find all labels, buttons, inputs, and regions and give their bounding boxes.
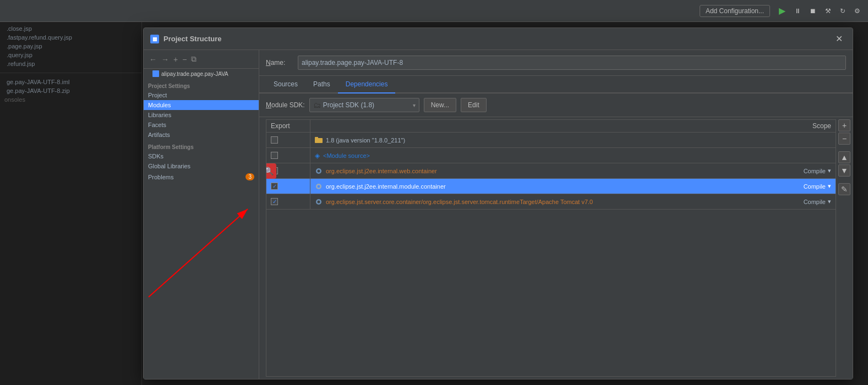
sdk-select-text: Project SDK (1.8) (323, 101, 411, 109)
tab-dependencies[interactable]: Dependencies (338, 76, 396, 94)
sidebar-item-libraries[interactable]: Libraries (144, 110, 259, 120)
add-configuration-button[interactable]: Add Configuration... (700, 5, 770, 17)
export-checkbox[interactable] (271, 198, 278, 205)
sync-button[interactable]: ↻ (837, 5, 849, 17)
scope-cell: Compile ▾ (780, 179, 836, 194)
platform-settings-header: Platform Settings (144, 140, 259, 151)
stop-button[interactable]: ⏹ (806, 5, 820, 17)
dep-name-cell: ◈ <Module source> (310, 148, 780, 163)
table-side-buttons: + − ▲ ▼ ✎ (836, 119, 853, 377)
sidebar-item-project[interactable]: Project (144, 90, 259, 100)
module-source-icon: ◈ (315, 152, 320, 160)
scope-arrow-icon[interactable]: ▾ (828, 167, 831, 174)
sidebar-tree-module-item[interactable]: alipay.trade.page.pay-JAVA (144, 69, 259, 79)
table-row[interactable]: org.eclipse.jst.server.core.container/or… (266, 194, 836, 210)
export-cell (266, 179, 310, 194)
problems-badge: 3 (245, 173, 254, 180)
dependencies-table: Export Scope (266, 119, 836, 377)
table-header: Export Scope (266, 120, 836, 133)
table-row[interactable]: ◈ <Module source> (266, 148, 836, 163)
svg-point-5 (318, 185, 320, 188)
dep-name-cell: 1.8 (java version "1.8.0_211") (310, 133, 780, 147)
export-column-header: Export (266, 120, 310, 132)
table-container: Export Scope (259, 117, 853, 379)
global-libraries-label: Global Libraries (148, 163, 190, 169)
chevron-down-icon: ▾ (413, 102, 416, 108)
tab-sources[interactable]: Sources (266, 76, 305, 94)
search-icon: 🔍 (266, 163, 276, 179)
dialog-title: ▦ Project Structure (150, 35, 221, 43)
back-button[interactable]: ← (148, 54, 158, 65)
project-structure-dialog: ▦ Project Structure ✕ ← → + − ⧉ (143, 28, 853, 380)
dep-name-text: org.eclipse.jst.j2ee.internal.web.contai… (326, 168, 437, 174)
edit-dependency-button[interactable]: ✎ (838, 183, 850, 195)
scope-text: Compile (804, 168, 826, 174)
sdk-select-dropdown[interactable]: 🗂 Project SDK (1.8) ▾ (309, 98, 419, 112)
top-toolbar: Add Configuration... ▶ ⏸ ⏹ ⚒ ↻ ⚙ (0, 0, 868, 22)
settings-button[interactable]: ⚙ (851, 5, 864, 17)
libraries-label: Libraries (148, 112, 171, 118)
new-sdk-button[interactable]: New... (424, 98, 456, 112)
dialog-overlay: ▦ Project Structure ✕ ← → + − ⧉ (0, 22, 868, 385)
export-checkbox[interactable] (271, 152, 278, 159)
export-cell (266, 148, 310, 163)
dep-name-cell: org.eclipse.jst.j2ee.internal.module.con… (310, 179, 780, 194)
artifacts-label: Artifacts (148, 131, 170, 138)
add-dependency-button[interactable]: + (838, 119, 850, 131)
project-label: Project (148, 92, 167, 98)
dep-name-cell: org.eclipse.jst.j2ee.internal.web.contai… (310, 163, 780, 178)
dep-name-text: 1.8 (java version "1.8.0_211") (326, 137, 405, 144)
dialog-main: Name: Sources Paths Dependencies Module … (259, 50, 853, 379)
gear-icon (315, 183, 323, 190)
export-cell (266, 194, 310, 209)
scope-cell: Compile ▾ (780, 163, 836, 178)
scope-arrow-icon[interactable]: ▾ (828, 183, 831, 190)
dialog-title-text: Project Structure (163, 35, 221, 43)
move-up-button[interactable]: ▲ (838, 151, 850, 163)
dep-name-text: org.eclipse.jst.server.core.container/or… (326, 199, 593, 205)
export-checkbox[interactable] (271, 136, 278, 144)
dep-name-text: org.eclipse.jst.j2ee.internal.module.con… (326, 183, 446, 190)
sidebar-item-artifacts[interactable]: Artifacts (144, 130, 259, 140)
dialog-sidebar: ← → + − ⧉ alipay.trade.page.pay-JAVA Pro… (144, 50, 259, 379)
dep-name-text: <Module source> (323, 152, 370, 159)
move-down-button[interactable]: ▼ (838, 164, 850, 177)
scope-text: Compile (804, 183, 826, 190)
export-checkbox[interactable] (271, 183, 278, 190)
table-row[interactable]: org.eclipse.jst.j2ee.internal.web.contai… (266, 163, 836, 179)
build-button[interactable]: ⚒ (822, 5, 834, 17)
run-button[interactable]: ▶ (776, 3, 789, 18)
edit-sdk-button[interactable]: Edit (461, 98, 487, 112)
sdks-label: SDKs (148, 153, 163, 160)
svg-rect-1 (315, 137, 318, 139)
copy-module-button[interactable]: ⧉ (190, 53, 198, 65)
problems-row[interactable]: Problems 3 (144, 171, 259, 183)
module-sdk-label: Module SDK: (266, 101, 305, 109)
forward-button[interactable]: → (160, 54, 170, 65)
module-icon (152, 70, 159, 77)
sidebar-item-sdks[interactable]: SDKs (144, 151, 259, 161)
tab-paths[interactable]: Paths (305, 76, 338, 94)
debug-button[interactable]: ⏸ (791, 5, 804, 17)
dialog-body: ← → + − ⧉ alipay.trade.page.pay-JAVA Pro… (144, 50, 853, 379)
table-row[interactable]: 1.8 (java version "1.8.0_211") (266, 133, 836, 148)
gear-icon (315, 198, 323, 206)
folder-icon (315, 136, 323, 144)
name-input[interactable] (298, 56, 846, 70)
modules-label: Modules (148, 102, 171, 108)
sidebar-item-modules[interactable]: Modules (144, 100, 259, 110)
add-module-button[interactable]: + (172, 54, 179, 65)
scope-arrow-icon[interactable]: ▾ (828, 198, 831, 205)
table-row[interactable]: org.eclipse.jst.j2ee.internal.module.con… (266, 179, 836, 194)
sidebar-item-facets[interactable]: Facets (144, 120, 259, 130)
gear-icon (315, 167, 323, 175)
remove-module-button[interactable]: − (181, 54, 188, 65)
name-row: Name: (259, 50, 853, 76)
remove-dependency-button[interactable]: − (838, 133, 850, 145)
dep-name-cell: org.eclipse.jst.server.core.container/or… (310, 194, 780, 209)
scope-cell (780, 133, 836, 147)
sidebar-item-global-libraries[interactable]: Global Libraries (144, 161, 259, 171)
name-column-header (310, 120, 780, 132)
close-button[interactable]: ✕ (832, 32, 846, 45)
ide-area: .close.jsp .fastpay.refund.query.jsp .pa… (0, 22, 868, 385)
